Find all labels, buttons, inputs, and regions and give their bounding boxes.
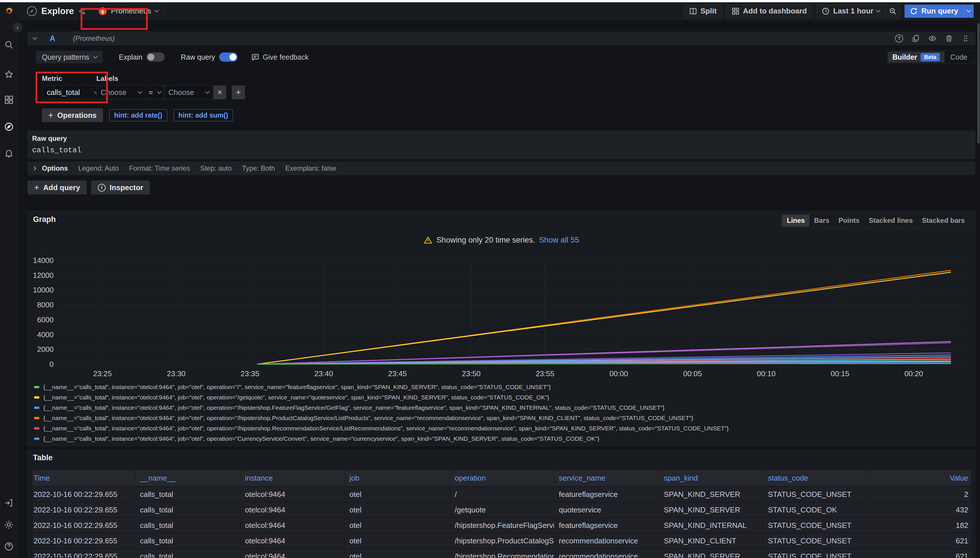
query-option-summary-2: Step: auto bbox=[200, 164, 232, 172]
table-column-header-operation[interactable]: operation bbox=[450, 470, 554, 486]
table-cell: otelcol:9464 bbox=[240, 518, 345, 532]
series-line bbox=[257, 272, 950, 364]
hide-query-eye-icon[interactable] bbox=[928, 34, 936, 43]
table-column-header-Value[interactable]: Value bbox=[869, 470, 971, 486]
graph-mode-tab-lines[interactable]: Lines bbox=[782, 215, 810, 226]
chevron-down-icon bbox=[155, 8, 159, 13]
search-icon[interactable] bbox=[4, 39, 14, 50]
settings-gear-icon[interactable] bbox=[4, 520, 14, 530]
legend-item[interactable]: {__name__="calls_total", instance="otelc… bbox=[34, 402, 969, 413]
star-icon[interactable] bbox=[4, 69, 14, 80]
legend-item[interactable]: {__name__="calls_total", instance="otelc… bbox=[34, 392, 969, 402]
table-cell: otel bbox=[345, 549, 450, 558]
graph-mode-tab-stacked-lines[interactable]: Stacked lines bbox=[864, 215, 917, 226]
label-name-select[interactable]: Choose bbox=[96, 85, 146, 99]
table-cell: 621 bbox=[869, 533, 971, 548]
page-title: Explore bbox=[41, 6, 74, 16]
query-option-summary-4: Exemplars: false bbox=[285, 164, 336, 172]
collapse-chevron-icon[interactable] bbox=[33, 35, 37, 40]
explore-compass-icon[interactable] bbox=[4, 121, 14, 132]
x-axis-tick-label: 23:55 bbox=[536, 369, 554, 378]
legend-item[interactable]: {__name__="calls_total", instance="otelc… bbox=[34, 433, 969, 443]
table-cell: STATUS_CODE_UNSET bbox=[763, 533, 869, 548]
x-axis-tick-label: 00:00 bbox=[609, 369, 628, 378]
graph-mode-tab-stacked-bars[interactable]: Stacked bars bbox=[918, 215, 969, 226]
table-cell: 2022-10-16 00:22:29.655 bbox=[33, 487, 135, 502]
run-query-dropdown[interactable] bbox=[964, 5, 974, 18]
delete-query-trash-icon[interactable] bbox=[945, 34, 953, 43]
datasource-picker[interactable]: Prometheus bbox=[94, 5, 163, 18]
label-value-select[interactable]: Choose bbox=[164, 85, 214, 99]
query-help-icon[interactable]: ? bbox=[895, 34, 903, 43]
query-row-header[interactable]: A (Prometheus) ? bbox=[28, 31, 975, 45]
series-line bbox=[257, 364, 950, 364]
metric-select[interactable]: calls_total bbox=[42, 85, 103, 99]
drag-handle-icon[interactable] bbox=[962, 34, 970, 43]
legend-label: {__name__="calls_total", instance="otelc… bbox=[43, 404, 664, 411]
add-to-dashboard-button[interactable]: Add to dashboard bbox=[726, 5, 812, 18]
table-column-header-Time[interactable]: Time bbox=[33, 470, 135, 486]
query-patterns-dropdown[interactable]: Query patterns bbox=[36, 51, 103, 63]
time-series-chart[interactable]: 0200040006000800010000120001400023:2523:… bbox=[33, 251, 971, 388]
inspector-button[interactable]: iInspector bbox=[91, 181, 150, 194]
show-all-series-link[interactable]: Show all 55 bbox=[539, 236, 579, 245]
x-axis-tick-label: 23:40 bbox=[314, 369, 333, 378]
share-icon[interactable] bbox=[79, 7, 86, 15]
table-cell: otelcol:9464 bbox=[240, 533, 345, 548]
time-range-picker[interactable]: Last 1 hour bbox=[816, 5, 885, 18]
code-mode-tab[interactable]: Code bbox=[944, 53, 973, 61]
query-options-bar[interactable]: Options Legend: AutoFormat: Time seriesS… bbox=[28, 161, 975, 175]
table-cell: SPAN_KIND_SERVER bbox=[659, 487, 763, 502]
add-query-button[interactable]: +Add query bbox=[28, 181, 87, 194]
legend-label: {__name__="calls_total", instance="otelc… bbox=[43, 415, 694, 422]
dashboards-grid-icon[interactable] bbox=[4, 95, 14, 105]
table-column-header-statuscode[interactable]: status_code bbox=[763, 470, 869, 486]
table-cell: otel bbox=[345, 487, 450, 502]
remove-label-button[interactable]: × bbox=[214, 85, 226, 99]
grafana-logo[interactable] bbox=[4, 6, 14, 16]
give-feedback-link[interactable]: Give feedback bbox=[251, 53, 309, 61]
x-axis-tick-label: 23:35 bbox=[241, 369, 259, 378]
graph-mode-tab-bars[interactable]: Bars bbox=[809, 215, 834, 226]
zoom-out-icon bbox=[889, 7, 897, 15]
refresh-icon bbox=[910, 7, 918, 15]
run-query-button[interactable]: Run query bbox=[904, 5, 974, 18]
query-hint-button-0[interactable]: hint: add rate() bbox=[109, 109, 167, 121]
legend-color-swatch bbox=[34, 417, 39, 419]
sign-in-icon[interactable] bbox=[4, 498, 14, 508]
chevron-down-icon bbox=[876, 8, 881, 13]
table-column-header-spankind[interactable]: span_kind bbox=[659, 470, 763, 486]
add-label-button[interactable]: + bbox=[232, 85, 245, 99]
explore-compass-icon bbox=[27, 6, 37, 16]
help-icon[interactable] bbox=[4, 542, 14, 552]
query-editor-section: A (Prometheus) ? Query patterns Explain … bbox=[28, 31, 975, 194]
legend-color-swatch bbox=[34, 386, 39, 388]
split-button[interactable]: Split bbox=[684, 5, 722, 18]
explain-toggle[interactable] bbox=[146, 53, 164, 62]
table-column-header-name[interactable]: __name__ bbox=[135, 470, 240, 486]
table-column-header-servicename[interactable]: service_name bbox=[554, 470, 659, 486]
zoom-out-button[interactable] bbox=[885, 5, 901, 18]
graph-mode-tab-points[interactable]: Points bbox=[834, 215, 864, 226]
duplicate-query-icon[interactable] bbox=[912, 34, 920, 43]
table-column-header-job[interactable]: job bbox=[345, 470, 450, 486]
labels-label: Labels bbox=[96, 75, 118, 82]
builder-mode-tab[interactable]: Builder Beta bbox=[888, 52, 944, 62]
add-operation-button[interactable]: +Operations bbox=[42, 108, 103, 122]
sidebar-expand-button[interactable]: › bbox=[13, 22, 22, 32]
table-column-header-instance[interactable]: instance bbox=[240, 470, 345, 486]
query-hint-button-1[interactable]: hint: add sum() bbox=[174, 109, 233, 121]
y-axis-tick-label: 0 bbox=[49, 360, 54, 368]
alerting-bell-icon[interactable] bbox=[4, 148, 14, 158]
label-operator-select[interactable]: = bbox=[146, 85, 164, 99]
query-option-summary-1: Format: Time series bbox=[129, 164, 190, 172]
raw-query-toggle[interactable] bbox=[219, 53, 238, 62]
legend-item[interactable]: {__name__="calls_total", instance="otelc… bbox=[34, 413, 969, 423]
x-axis-tick-label: 00:20 bbox=[904, 369, 923, 378]
scrollbar-thumb[interactable] bbox=[977, 23, 980, 143]
table-cell: otel bbox=[345, 503, 450, 517]
table-cell: featureflagservice bbox=[554, 518, 659, 532]
legend-item[interactable]: {__name__="calls_total", instance="otelc… bbox=[34, 382, 969, 392]
legend-item[interactable]: {__name__="calls_total", instance="otelc… bbox=[34, 423, 969, 433]
table-row: 2022-10-16 00:22:29.655calls_totalotelco… bbox=[33, 549, 971, 558]
